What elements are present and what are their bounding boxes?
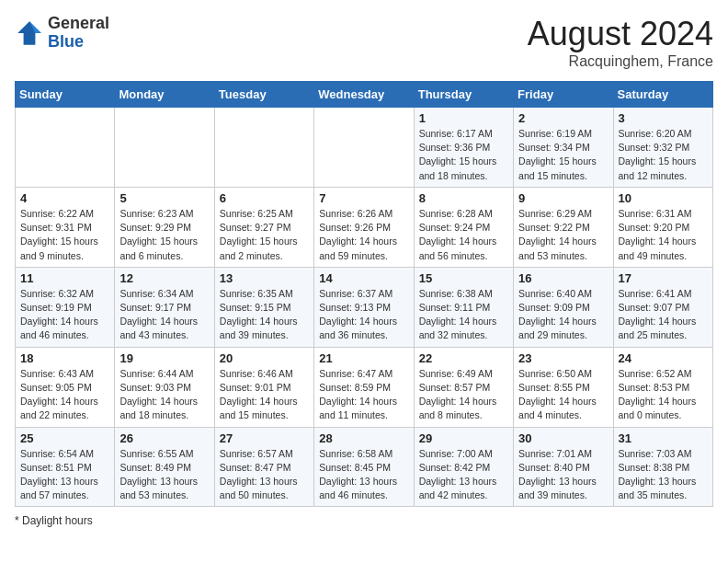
day-cell: 17Sunrise: 6:41 AM Sunset: 9:07 PM Dayli… [613,267,712,347]
day-number: 5 [119,191,209,205]
day-number: 11 [20,271,109,285]
day-cell [115,108,214,188]
logo: General Blue [15,15,109,52]
day-number: 28 [319,431,408,445]
day-cell [16,108,115,188]
day-cell: 16Sunrise: 6:40 AM Sunset: 9:09 PM Dayli… [514,267,613,347]
week-row-5: 25Sunrise: 6:54 AM Sunset: 8:51 PM Dayli… [16,427,713,507]
day-number: 7 [319,191,408,205]
day-detail: Sunrise: 6:32 AM Sunset: 9:19 PM Dayligh… [20,287,109,343]
day-number: 31 [619,431,708,445]
day-detail: Sunrise: 6:31 AM Sunset: 9:20 PM Dayligh… [619,207,708,263]
week-row-1: 1Sunrise: 6:17 AM Sunset: 9:36 PM Daylig… [16,108,713,188]
day-detail: Sunrise: 6:41 AM Sunset: 9:07 PM Dayligh… [619,287,708,343]
week-row-4: 18Sunrise: 6:43 AM Sunset: 9:05 PM Dayli… [16,347,713,427]
weekday-header-monday: Monday [115,82,214,108]
day-number: 9 [518,191,608,205]
day-detail: Sunrise: 6:28 AM Sunset: 9:24 PM Dayligh… [419,207,508,263]
week-row-2: 4Sunrise: 6:22 AM Sunset: 9:31 PM Daylig… [16,187,713,267]
day-number: 10 [619,191,708,205]
day-cell: 4Sunrise: 6:22 AM Sunset: 9:31 PM Daylig… [16,187,115,267]
weekday-header-thursday: Thursday [414,82,513,108]
day-cell: 21Sunrise: 6:47 AM Sunset: 8:59 PM Dayli… [314,347,414,427]
day-number: 6 [220,191,309,205]
day-number: 2 [518,111,608,125]
weekday-header-saturday: Saturday [613,82,712,108]
day-number: 1 [419,111,508,125]
day-cell: 15Sunrise: 6:38 AM Sunset: 9:11 PM Dayli… [414,267,513,347]
day-detail: Sunrise: 6:35 AM Sunset: 9:15 PM Dayligh… [220,287,309,343]
week-row-3: 11Sunrise: 6:32 AM Sunset: 9:19 PM Dayli… [16,267,713,347]
logo-icon [15,18,44,48]
weekday-header-tuesday: Tuesday [214,82,313,108]
day-detail: Sunrise: 6:54 AM Sunset: 8:51 PM Dayligh… [20,447,109,503]
weekday-header-friday: Friday [514,82,613,108]
day-detail: Sunrise: 6:46 AM Sunset: 9:01 PM Dayligh… [220,367,309,423]
day-detail: Sunrise: 6:17 AM Sunset: 9:36 PM Dayligh… [419,127,508,183]
day-detail: Sunrise: 6:43 AM Sunset: 9:05 PM Dayligh… [20,367,109,423]
day-cell: 5Sunrise: 6:23 AM Sunset: 9:29 PM Daylig… [115,187,214,267]
day-cell: 26Sunrise: 6:55 AM Sunset: 8:49 PM Dayli… [115,427,214,507]
day-number: 16 [518,271,608,285]
day-detail: Sunrise: 6:37 AM Sunset: 9:13 PM Dayligh… [319,287,408,343]
day-cell: 12Sunrise: 6:34 AM Sunset: 9:17 PM Dayli… [115,267,214,347]
day-cell: 6Sunrise: 6:25 AM Sunset: 9:27 PM Daylig… [214,187,313,267]
day-number: 3 [619,111,708,125]
day-number: 13 [220,271,309,285]
title-block: August 2024 Racquinghem, France [528,15,713,70]
weekday-header-sunday: Sunday [16,82,115,108]
day-cell: 11Sunrise: 6:32 AM Sunset: 9:19 PM Dayli… [16,267,115,347]
day-number: 29 [419,431,508,445]
day-number: 4 [20,191,109,205]
day-detail: Sunrise: 6:29 AM Sunset: 9:22 PM Dayligh… [518,207,608,263]
day-number: 23 [518,351,608,365]
page-header: General Blue August 2024 Racquinghem, Fr… [15,15,713,70]
day-number: 14 [319,271,408,285]
day-detail: Sunrise: 6:44 AM Sunset: 9:03 PM Dayligh… [119,367,209,423]
day-cell: 14Sunrise: 6:37 AM Sunset: 9:13 PM Dayli… [314,267,414,347]
day-cell: 19Sunrise: 6:44 AM Sunset: 9:03 PM Dayli… [115,347,214,427]
day-cell: 2Sunrise: 6:19 AM Sunset: 9:34 PM Daylig… [514,108,613,188]
day-detail: Sunrise: 6:19 AM Sunset: 9:34 PM Dayligh… [518,127,608,183]
day-cell: 8Sunrise: 6:28 AM Sunset: 9:24 PM Daylig… [414,187,513,267]
day-detail: Sunrise: 6:55 AM Sunset: 8:49 PM Dayligh… [119,447,209,503]
day-number: 19 [119,351,209,365]
day-cell: 1Sunrise: 6:17 AM Sunset: 9:36 PM Daylig… [414,108,513,188]
day-detail: Sunrise: 6:50 AM Sunset: 8:55 PM Dayligh… [518,367,608,423]
day-detail: Sunrise: 6:34 AM Sunset: 9:17 PM Dayligh… [119,287,209,343]
day-cell: 18Sunrise: 6:43 AM Sunset: 9:05 PM Dayli… [16,347,115,427]
day-detail: Sunrise: 6:26 AM Sunset: 9:26 PM Dayligh… [319,207,408,263]
day-detail: Sunrise: 6:47 AM Sunset: 8:59 PM Dayligh… [319,367,408,423]
day-detail: Sunrise: 6:57 AM Sunset: 8:47 PM Dayligh… [220,447,309,503]
day-detail: Sunrise: 6:20 AM Sunset: 9:32 PM Dayligh… [619,127,708,183]
day-cell: 30Sunrise: 7:01 AM Sunset: 8:40 PM Dayli… [514,427,613,507]
footer-note: * Daylight hours [15,514,713,527]
day-cell: 24Sunrise: 6:52 AM Sunset: 8:53 PM Dayli… [613,347,712,427]
day-detail: Sunrise: 6:58 AM Sunset: 8:45 PM Dayligh… [319,447,408,503]
day-number: 12 [119,271,209,285]
day-detail: Sunrise: 7:00 AM Sunset: 8:42 PM Dayligh… [419,447,508,503]
month-year: August 2024 [528,15,713,53]
day-cell: 13Sunrise: 6:35 AM Sunset: 9:15 PM Dayli… [214,267,313,347]
day-detail: Sunrise: 6:38 AM Sunset: 9:11 PM Dayligh… [419,287,508,343]
day-number: 30 [518,431,608,445]
day-detail: Sunrise: 7:01 AM Sunset: 8:40 PM Dayligh… [518,447,608,503]
day-number: 25 [20,431,109,445]
day-detail: Sunrise: 6:25 AM Sunset: 9:27 PM Dayligh… [220,207,309,263]
day-number: 18 [20,351,109,365]
day-cell: 7Sunrise: 6:26 AM Sunset: 9:26 PM Daylig… [314,187,414,267]
day-number: 22 [419,351,508,365]
day-cell: 27Sunrise: 6:57 AM Sunset: 8:47 PM Dayli… [214,427,313,507]
day-cell: 22Sunrise: 6:49 AM Sunset: 8:57 PM Dayli… [414,347,513,427]
day-number: 15 [419,271,508,285]
footer-text: Daylight hours [22,514,93,527]
logo-blue: Blue [48,32,84,51]
day-detail: Sunrise: 6:23 AM Sunset: 9:29 PM Dayligh… [119,207,209,263]
day-cell: 20Sunrise: 6:46 AM Sunset: 9:01 PM Dayli… [214,347,313,427]
day-number: 21 [319,351,408,365]
day-cell: 29Sunrise: 7:00 AM Sunset: 8:42 PM Dayli… [414,427,513,507]
day-number: 27 [220,431,309,445]
day-detail: Sunrise: 6:22 AM Sunset: 9:31 PM Dayligh… [20,207,109,263]
day-cell: 3Sunrise: 6:20 AM Sunset: 9:32 PM Daylig… [613,108,712,188]
day-cell: 25Sunrise: 6:54 AM Sunset: 8:51 PM Dayli… [16,427,115,507]
